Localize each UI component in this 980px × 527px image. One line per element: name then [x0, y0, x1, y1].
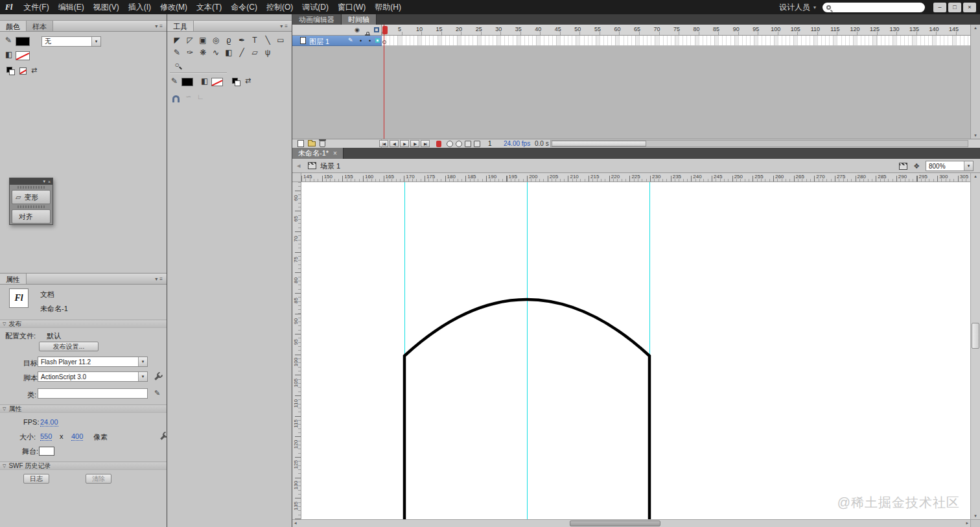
layer-outline-color-swatch[interactable]: [375, 38, 380, 43]
bone-tool-icon[interactable]: ∿: [209, 46, 222, 58]
log-button[interactable]: 日志: [23, 474, 49, 484]
frame-rate-value[interactable]: 24.00 fps: [504, 140, 530, 147]
panel-menu-button[interactable]: ▾ ≡: [276, 21, 292, 31]
floating-panel-header[interactable]: ▾ ×: [10, 178, 52, 185]
subselection-tool-icon[interactable]: ◸: [183, 34, 196, 46]
timeline-horizontal-scrollbar[interactable]: [550, 140, 968, 147]
menu-item[interactable]: 修改(M): [156, 0, 192, 14]
maximize-button[interactable]: □: [948, 3, 961, 12]
center-frame-button[interactable]: [436, 141, 441, 147]
paint-bucket-tool-icon[interactable]: ◧: [222, 46, 235, 58]
playback-button[interactable]: ▶|: [421, 140, 430, 147]
align-panel-button[interactable]: 对齐: [12, 209, 51, 224]
dropdown-arrow-icon[interactable]: ▾: [138, 357, 147, 366]
panel-menu-button[interactable]: ▾ ≡: [151, 274, 167, 284]
layer-row[interactable]: 图层 1 ✎ • •: [292, 36, 980, 46]
scene-name[interactable]: 场景 1: [320, 161, 340, 171]
scrollbar-thumb[interactable]: [552, 141, 646, 146]
pencil-icon[interactable]: ✎: [154, 389, 160, 397]
menu-item[interactable]: 文本(T): [192, 0, 226, 14]
panel-grip[interactable]: [18, 186, 45, 189]
timeline-vertical-scrollbar[interactable]: ▴ ▾: [970, 25, 980, 139]
search-box[interactable]: [822, 3, 925, 12]
fps-value[interactable]: 24.00: [40, 418, 58, 427]
stroke-color-swatch[interactable]: [16, 37, 30, 46]
dropdown-arrow-icon[interactable]: ▾: [138, 372, 147, 381]
horizontal-ruler[interactable]: 1451501551601651701751801851901952002052…: [301, 173, 970, 182]
scroll-right-icon[interactable]: ▸: [966, 521, 968, 526]
menu-item[interactable]: 控制(O): [262, 0, 298, 14]
playback-button[interactable]: ◀|: [390, 140, 399, 147]
app-logo-icon[interactable]: Fl: [0, 3, 19, 12]
empty-keyframe-icon[interactable]: [382, 40, 386, 44]
menu-item[interactable]: 窗口(W): [333, 0, 370, 14]
edit-scene-icon[interactable]: [899, 163, 907, 170]
line-tool-icon[interactable]: ╲: [261, 34, 274, 46]
stage-width-value[interactable]: 550: [40, 432, 52, 441]
onion-skin-outlines-button[interactable]: [456, 141, 462, 147]
document-name[interactable]: 未命名-1: [40, 304, 68, 314]
close-tab-icon[interactable]: ×: [333, 150, 337, 157]
no-color-button[interactable]: [19, 67, 27, 75]
scroll-up-icon[interactable]: ▴: [971, 174, 980, 179]
collapse-icon[interactable]: ▾: [43, 179, 45, 184]
layer-lock-dot[interactable]: •: [369, 38, 371, 44]
arch-path[interactable]: [404, 299, 649, 519]
fill-color-swatch[interactable]: [16, 51, 30, 60]
class-input[interactable]: [38, 388, 148, 399]
transform-panel-button[interactable]: ▱ 变形: [12, 190, 51, 204]
clear-button[interactable]: 清除: [86, 474, 111, 484]
default-colors-button[interactable]: [6, 67, 15, 75]
panel-grip[interactable]: [18, 205, 45, 208]
brush-tool-icon[interactable]: ✑: [183, 46, 196, 58]
vertical-scrollbar[interactable]: ▴ ▾: [970, 173, 980, 519]
fill-bucket-icon[interactable]: ◧: [201, 76, 208, 86]
search-input[interactable]: [834, 3, 921, 11]
section-swf-history[interactable]: ▽ SWF 历史记录: [0, 462, 167, 470]
edit-symbols-icon[interactable]: ❖: [913, 162, 920, 170]
tab-tools[interactable]: 工具: [167, 21, 194, 31]
workspace-switcher[interactable]: 设计人员 ▾: [779, 2, 816, 13]
section-publish[interactable]: ▽ 发布: [0, 320, 167, 328]
menu-item[interactable]: 插入(I): [124, 0, 156, 14]
menu-item[interactable]: 调试(D): [298, 0, 333, 14]
dropdown-arrow-icon[interactable]: ▾: [91, 37, 100, 46]
eyedropper-tool-icon[interactable]: ╱: [235, 46, 248, 58]
new-layer-button[interactable]: [298, 140, 304, 147]
menu-item[interactable]: 命令(C): [226, 0, 262, 14]
straighten-option-icon[interactable]: ∟: [197, 93, 204, 100]
hand-tool-icon[interactable]: ψ: [261, 46, 274, 58]
tab-properties[interactable]: 属性: [0, 274, 27, 284]
stage-color-swatch[interactable]: [39, 447, 54, 456]
minimize-button[interactable]: –: [933, 3, 946, 12]
close-icon[interactable]: ×: [48, 180, 51, 184]
scroll-left-icon[interactable]: ◂: [294, 521, 297, 526]
pen-tool-icon[interactable]: ✒: [235, 34, 248, 46]
swap-colors-icon[interactable]: ⇄: [245, 76, 251, 85]
new-folder-button[interactable]: [308, 141, 316, 146]
fill-bucket-icon[interactable]: ◧: [5, 50, 12, 59]
dropdown-arrow-icon[interactable]: ▾: [964, 161, 973, 170]
dock-header[interactable]: [0, 14, 167, 21]
smooth-option-icon[interactable]: ∽: [185, 93, 191, 101]
modify-markers-button[interactable]: [474, 141, 480, 147]
layer-name[interactable]: 图层 1: [309, 37, 329, 47]
document-tab[interactable]: 未命名-1* ×: [292, 148, 344, 159]
fill-color-swatch[interactable]: [211, 78, 223, 86]
back-arrow-icon[interactable]: ◂: [297, 161, 301, 170]
tab-motion-editor[interactable]: 动画编辑器: [292, 14, 342, 25]
pencil-tool-icon[interactable]: ✎: [170, 46, 183, 58]
menu-item[interactable]: 视图(V): [89, 0, 124, 14]
eraser-tool-icon[interactable]: ▱: [248, 46, 261, 58]
playback-button[interactable]: |▶: [410, 140, 419, 147]
menu-item[interactable]: 编辑(E): [54, 0, 89, 14]
lasso-tool-icon[interactable]: ϱ: [222, 34, 235, 46]
wrench-icon[interactable]: [159, 432, 167, 440]
rectangle-tool-icon[interactable]: ▭: [274, 34, 287, 46]
layer-frames-track[interactable]: [382, 36, 970, 46]
text-tool-icon[interactable]: T: [248, 34, 261, 46]
zoom-tool-icon[interactable]: ○: [170, 58, 183, 71]
stage[interactable]: @稀土掘金技术社区: [301, 182, 970, 519]
swap-colors-icon[interactable]: ⇄: [31, 66, 37, 75]
scroll-up-icon[interactable]: ▴: [971, 25, 980, 30]
